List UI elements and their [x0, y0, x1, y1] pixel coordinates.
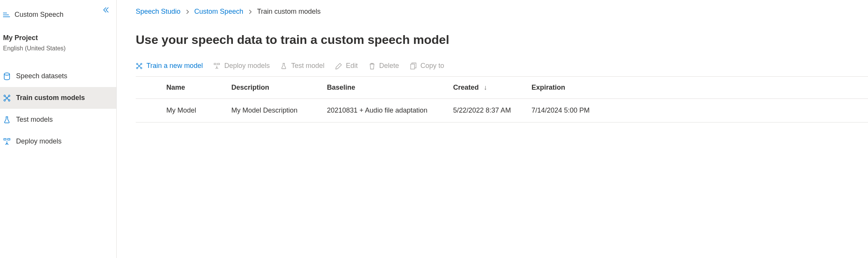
- table-cell-baseline: 20210831 + Audio file adaptation: [327, 106, 453, 114]
- sidebar: Custom Speech My Project English (United…: [0, 0, 117, 258]
- project-locale: English (United States): [3, 45, 113, 52]
- nav-item-test-models[interactable]: Test models: [0, 109, 116, 131]
- sort-down-icon: ↓: [484, 84, 487, 91]
- test-model-button[interactable]: Test model: [280, 60, 324, 71]
- copy-icon: [410, 63, 417, 69]
- table-row[interactable]: My Model My Model Description 20210831 +…: [136, 99, 868, 123]
- table-cell-expiration: 7/14/2024 5:00 PM: [532, 106, 868, 114]
- svg-line-12: [8, 98, 9, 100]
- svg-line-11: [5, 98, 7, 100]
- toolbar: Train a new model Deploy models Test mod…: [136, 60, 868, 77]
- project-section: My Project English (United States): [0, 26, 116, 54]
- svg-point-4: [4, 95, 5, 97]
- main-content: Speech Studio Custom Speech Train custom…: [117, 0, 868, 258]
- breadcrumb-link-speech-studio[interactable]: Speech Studio: [136, 8, 180, 16]
- table-cell-created: 5/22/2022 8:37 AM: [453, 106, 532, 114]
- svg-rect-25: [214, 63, 216, 64]
- project-name: My Project: [3, 34, 113, 42]
- train-new-model-button[interactable]: Train a new model: [136, 60, 203, 71]
- edit-button[interactable]: Edit: [335, 60, 358, 71]
- nav-item-label: Deploy models: [16, 137, 62, 145]
- table-header-description[interactable]: Description: [231, 84, 327, 92]
- svg-rect-14: [8, 139, 10, 140]
- toolbar-label: Train a new model: [146, 62, 203, 70]
- deploy-icon: [213, 63, 220, 69]
- svg-rect-28: [411, 64, 414, 69]
- table-header-expiration[interactable]: Expiration: [532, 84, 868, 92]
- collapse-sidebar-button[interactable]: [103, 7, 109, 13]
- page-title: Use your speech data to train a custom s…: [136, 33, 868, 47]
- models-table: Name Description Baseline Created ↓ Expi…: [136, 77, 868, 123]
- copy-to-button[interactable]: Copy to: [410, 60, 444, 71]
- chevron-right-icon: [186, 10, 189, 14]
- svg-point-7: [8, 100, 10, 101]
- toolbar-label: Copy to: [421, 62, 444, 70]
- svg-line-9: [5, 96, 7, 97]
- delete-icon: [369, 63, 375, 69]
- nav-item-train-custom-models[interactable]: Train custom models: [0, 87, 116, 109]
- edit-icon: [335, 63, 342, 69]
- svg-line-24: [140, 66, 141, 68]
- table-header: Name Description Baseline Created ↓ Expi…: [136, 77, 868, 99]
- table-header-created[interactable]: Created ↓: [453, 84, 532, 92]
- brain-icon: [136, 63, 143, 69]
- table-row-checkbox[interactable]: [136, 106, 166, 114]
- table-cell-name: My Model: [166, 106, 231, 114]
- svg-point-16: [137, 63, 138, 64]
- svg-rect-26: [218, 63, 219, 64]
- toolbar-label: Test model: [291, 62, 324, 70]
- svg-point-8: [6, 97, 8, 99]
- nav-item-speech-datasets[interactable]: Speech datasets: [0, 65, 116, 87]
- nav-item-deploy-models[interactable]: Deploy models: [0, 131, 116, 152]
- table-header-name[interactable]: Name: [166, 84, 231, 92]
- svg-point-19: [141, 67, 142, 69]
- breadcrumb-link-custom-speech[interactable]: Custom Speech: [194, 8, 243, 16]
- deploy-models-button[interactable]: Deploy models: [213, 60, 270, 71]
- svg-point-3: [4, 73, 10, 75]
- svg-point-17: [141, 63, 142, 64]
- toolbar-label: Edit: [346, 62, 358, 70]
- table-header-baseline[interactable]: Baseline: [327, 84, 453, 92]
- svg-point-6: [4, 100, 5, 101]
- table-cell-description: My Model Description: [231, 106, 327, 114]
- brain-icon: [3, 94, 11, 102]
- beaker-icon: [280, 63, 287, 69]
- breadcrumb-current: Train custom models: [257, 8, 320, 16]
- breadcrumb: Speech Studio Custom Speech Train custom…: [136, 8, 868, 16]
- beaker-icon: [3, 116, 11, 124]
- list-icon: [3, 12, 10, 18]
- deploy-icon: [3, 138, 11, 145]
- svg-point-5: [8, 95, 10, 97]
- chevron-right-icon: [249, 10, 252, 14]
- svg-point-20: [138, 65, 140, 67]
- chevron-double-left-icon: [103, 7, 109, 13]
- toolbar-label: Deploy models: [224, 62, 270, 70]
- nav-list: Speech datasets Train custom models: [0, 65, 116, 152]
- svg-line-23: [138, 66, 139, 68]
- toolbar-label: Delete: [379, 62, 399, 70]
- table-header-checkbox: [136, 84, 166, 92]
- delete-button[interactable]: Delete: [369, 60, 399, 71]
- nav-item-label: Train custom models: [16, 94, 85, 102]
- nav-item-label: Test models: [16, 116, 53, 124]
- nav-item-label: Speech datasets: [16, 72, 67, 80]
- svg-point-18: [137, 67, 138, 69]
- svg-line-22: [140, 64, 141, 65]
- database-icon: [3, 73, 11, 80]
- svg-line-10: [8, 96, 9, 97]
- svg-line-21: [138, 64, 139, 65]
- sidebar-header[interactable]: Custom Speech: [0, 7, 116, 26]
- sidebar-header-label: Custom Speech: [15, 11, 63, 19]
- svg-rect-13: [4, 139, 6, 140]
